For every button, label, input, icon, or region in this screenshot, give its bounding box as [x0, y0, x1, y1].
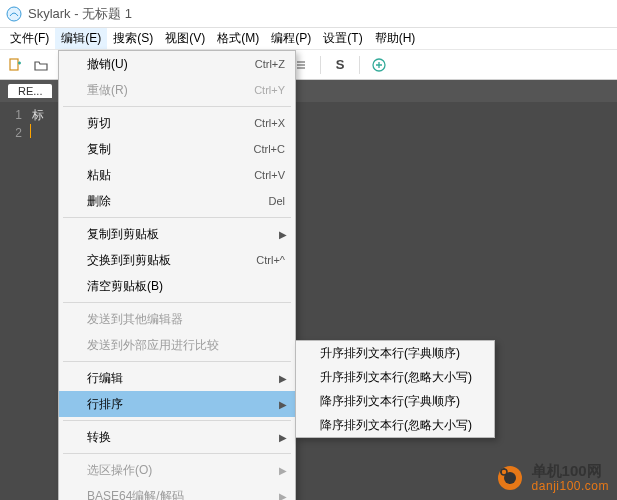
menu-item[interactable]: 复制到剪贴板▶: [59, 221, 295, 247]
menu-shortcut: Ctrl+C: [254, 143, 285, 155]
open-file-icon[interactable]: [32, 56, 50, 74]
submenu-item[interactable]: 升序排列文本行(字典顺序): [296, 341, 494, 365]
menu-item-label: 粘贴: [87, 167, 254, 184]
watermark-url: danji100.com: [532, 480, 609, 493]
menu-item-label: 转换: [87, 429, 285, 446]
line-sort-submenu: 升序排列文本行(字典顺序)升序排列文本行(忽略大小写)降序排列文本行(字典顺序)…: [295, 340, 495, 438]
menu-item-label: 重做(R): [87, 82, 254, 99]
svg-point-0: [7, 7, 21, 21]
menu-item[interactable]: 交换到到剪贴板Ctrl+^: [59, 247, 295, 273]
watermark: 单机100网 danji100.com: [494, 462, 609, 494]
menu-item-label: 选区操作(O): [87, 462, 285, 479]
menu-item-label: 发送到其他编辑器: [87, 311, 285, 328]
chevron-right-icon: ▶: [279, 373, 287, 384]
menu-2[interactable]: 搜索(S): [107, 28, 159, 49]
menu-separator: [63, 420, 291, 421]
menu-item-label: 清空剪贴板(B): [87, 278, 285, 295]
submenu-label: 升序排列文本行(忽略大小写): [320, 369, 472, 386]
menu-separator: [63, 106, 291, 107]
watermark-name: 单机100网: [532, 463, 609, 480]
menu-item[interactable]: 撤销(U)Ctrl+Z: [59, 51, 295, 77]
menu-item: 发送到其他编辑器: [59, 306, 295, 332]
menu-item[interactable]: 清空剪贴板(B): [59, 273, 295, 299]
menu-item[interactable]: 剪切Ctrl+X: [59, 110, 295, 136]
document-tab[interactable]: RE...: [8, 84, 52, 98]
menu-separator: [63, 453, 291, 454]
window-title: Skylark - 无标题 1: [28, 5, 132, 23]
menu-shortcut: Ctrl+Z: [255, 58, 285, 70]
s-icon[interactable]: S: [331, 56, 349, 74]
menu-item[interactable]: 复制Ctrl+C: [59, 136, 295, 162]
chevron-right-icon: ▶: [279, 465, 287, 476]
app-icon: [6, 6, 22, 22]
menu-item-label: 发送到外部应用进行比较: [87, 337, 285, 354]
menu-item-label: 行编辑: [87, 370, 285, 387]
submenu-item[interactable]: 降序排列文本行(忽略大小写): [296, 413, 494, 437]
menu-item-label: 交换到到剪贴板: [87, 252, 256, 269]
text-cursor: [30, 124, 31, 138]
menu-item: 发送到外部应用进行比较: [59, 332, 295, 358]
line-number: 2: [0, 124, 22, 142]
menu-item[interactable]: 转换▶: [59, 424, 295, 450]
menu-0[interactable]: 文件(F): [4, 28, 55, 49]
menu-item-label: 删除: [87, 193, 268, 210]
menu-item-label: 撤销(U): [87, 56, 255, 73]
line-number: 1: [0, 106, 22, 124]
menu-shortcut: Ctrl+V: [254, 169, 285, 181]
chevron-right-icon: ▶: [279, 399, 287, 410]
submenu-label: 降序排列文本行(忽略大小写): [320, 417, 472, 434]
menu-shortcut: Ctrl+X: [254, 117, 285, 129]
menu-shortcut: Ctrl+^: [256, 254, 285, 266]
menu-1[interactable]: 编辑(E): [55, 28, 107, 49]
menu-item: 选区操作(O)▶: [59, 457, 295, 483]
toolbar-separator: [320, 56, 321, 74]
edit-menu-dropdown: 撤销(U)Ctrl+Z重做(R)Ctrl+Y剪切Ctrl+X复制Ctrl+C粘贴…: [58, 50, 296, 500]
submenu-item[interactable]: 降序排列文本行(字典顺序): [296, 389, 494, 413]
menu-separator: [63, 217, 291, 218]
menu-separator: [63, 302, 291, 303]
menu-shortcut: Ctrl+Y: [254, 84, 285, 96]
menu-item[interactable]: 粘贴Ctrl+V: [59, 162, 295, 188]
menu-3[interactable]: 视图(V): [159, 28, 211, 49]
menu-item-label: 复制: [87, 141, 254, 158]
menu-item-label: 复制到剪贴板: [87, 226, 285, 243]
chevron-right-icon: ▶: [279, 491, 287, 501]
submenu-label: 升序排列文本行(字典顺序): [320, 345, 460, 362]
line-gutter: 12: [0, 102, 28, 500]
menu-item-label: BASE64编解/解码: [87, 488, 285, 501]
menu-item[interactable]: 行排序▶: [59, 391, 295, 417]
menu-4[interactable]: 格式(M): [211, 28, 265, 49]
plus-circle-icon[interactable]: [370, 56, 388, 74]
titlebar: Skylark - 无标题 1: [0, 0, 617, 28]
menu-7[interactable]: 帮助(H): [369, 28, 422, 49]
menu-item-label: 剪切: [87, 115, 254, 132]
chevron-right-icon: ▶: [279, 229, 287, 240]
chevron-right-icon: ▶: [279, 432, 287, 443]
new-file-icon[interactable]: [6, 56, 24, 74]
menu-item-label: 行排序: [87, 396, 285, 413]
svg-rect-1: [10, 59, 18, 70]
menu-shortcut: Del: [268, 195, 285, 207]
menu-6[interactable]: 设置(T): [317, 28, 368, 49]
toolbar-separator: [359, 56, 360, 74]
submenu-item[interactable]: 升序排列文本行(忽略大小写): [296, 365, 494, 389]
menu-item: 重做(R)Ctrl+Y: [59, 77, 295, 103]
menu-item[interactable]: 行编辑▶: [59, 365, 295, 391]
menu-item[interactable]: 删除Del: [59, 188, 295, 214]
menubar: 文件(F)编辑(E)搜索(S)视图(V)格式(M)编程(P)设置(T)帮助(H): [0, 28, 617, 50]
menu-item: BASE64编解/解码▶: [59, 483, 295, 500]
menu-separator: [63, 361, 291, 362]
menu-5[interactable]: 编程(P): [265, 28, 317, 49]
watermark-logo: [494, 462, 526, 494]
submenu-label: 降序排列文本行(字典顺序): [320, 393, 460, 410]
